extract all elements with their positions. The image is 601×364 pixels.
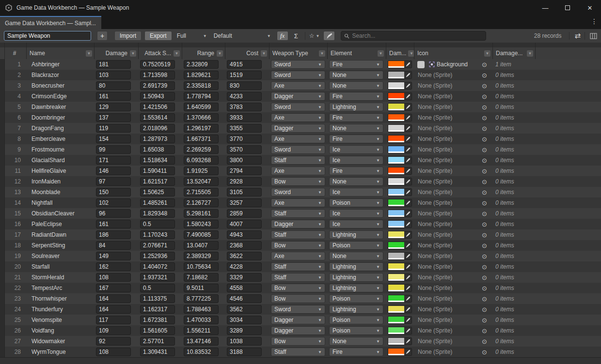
row-gutter[interactable] (0, 155, 5, 166)
row-gutter[interactable] (0, 134, 5, 144)
weapon-type-dropdown[interactable]: Axe▼ (271, 198, 325, 207)
attack-speed-field[interactable]: 1.590411 (140, 167, 175, 175)
attack-speed-field[interactable]: 1.561605 (140, 326, 175, 335)
element-dropdown[interactable]: Lightning▼ (329, 284, 383, 292)
name-cell[interactable]: Starfall (27, 261, 95, 272)
column-header-icon[interactable]: Icon ▼ (414, 43, 493, 59)
weapon-type-dropdown[interactable]: Sword▼ (271, 60, 325, 69)
view-mode-dropdown[interactable]: Full ▼ (177, 32, 207, 39)
range-field[interactable]: 1.667371 (184, 135, 219, 143)
row-gutter[interactable] (0, 304, 5, 315)
object-picker-icon[interactable]: ⊙ (482, 189, 487, 196)
range-field[interactable]: 2.335818 (184, 81, 219, 90)
damage-field[interactable]: 162 (96, 262, 131, 271)
range-field[interactable]: 8.777225 (184, 294, 219, 303)
cost-field[interactable]: 4915 (227, 60, 262, 69)
row-gutter[interactable] (0, 315, 5, 325)
eyedropper-icon[interactable] (404, 317, 411, 323)
weapon-type-dropdown[interactable]: Bow▼ (271, 337, 325, 346)
eyedropper-icon[interactable] (404, 189, 411, 196)
row-gutter[interactable] (0, 240, 5, 251)
cost-field[interactable]: 3783 (227, 103, 262, 111)
damage-color-swatch[interactable] (388, 242, 412, 249)
column-header-damage[interactable]: Damage ▼ (95, 43, 139, 59)
element-dropdown[interactable]: Poison▼ (329, 198, 383, 207)
eyedropper-icon[interactable] (404, 242, 411, 249)
element-dropdown[interactable]: Fire▼ (329, 113, 383, 122)
row-gutter[interactable] (0, 144, 5, 155)
range-field[interactable]: 2.32809 (184, 60, 219, 69)
damage-field[interactable]: 154 (96, 135, 131, 143)
name-cell[interactable]: Soulreaver (27, 251, 95, 261)
sprite-object-field[interactable]: None (Sprite) (418, 231, 452, 238)
range-field[interactable]: 7.490085 (184, 230, 219, 239)
object-picker-icon[interactable]: ⊙ (482, 61, 487, 68)
range-field[interactable]: 13.0407 (184, 241, 219, 250)
eyedropper-icon[interactable] (404, 327, 411, 334)
object-picker-icon[interactable]: ⊙ (482, 82, 487, 90)
close-button[interactable]: ✕ (579, 0, 601, 15)
range-field[interactable]: 6.093268 (184, 156, 219, 165)
name-cell[interactable]: CrimsonEdge (27, 91, 95, 102)
name-cell[interactable]: Blackrazor (27, 70, 95, 80)
damage-field[interactable]: 117 (96, 316, 131, 324)
cost-field[interactable]: 3034 (227, 316, 262, 324)
cost-field[interactable]: 3933 (227, 113, 262, 122)
weapon-type-dropdown[interactable]: Axe▼ (271, 113, 325, 122)
eyedropper-icon[interactable] (404, 221, 411, 228)
cost-field[interactable]: 3570 (227, 145, 262, 154)
range-field[interactable]: 2.126727 (184, 198, 219, 207)
damage-color-swatch[interactable] (388, 220, 412, 228)
search-field[interactable] (341, 31, 486, 41)
row-gutter[interactable] (0, 272, 5, 283)
element-dropdown[interactable]: Lightning▼ (329, 230, 383, 239)
eyedropper-icon[interactable] (404, 93, 411, 100)
attack-speed-field[interactable]: 2.691739 (140, 81, 175, 90)
sprite-object-field[interactable]: None (Sprite) (418, 72, 452, 78)
name-cell[interactable]: Thunderfury (27, 304, 95, 315)
element-dropdown[interactable]: Lightning▼ (329, 103, 383, 111)
weapon-type-dropdown[interactable]: Bow▼ (271, 294, 325, 303)
sprite-object-field[interactable]: None (Sprite) (418, 317, 452, 323)
name-cell[interactable]: Widowmaker (27, 336, 95, 347)
weapon-type-dropdown[interactable]: Axe▼ (271, 167, 325, 175)
filter-icon[interactable]: ▼ (527, 50, 533, 57)
damage-color-swatch[interactable] (388, 114, 412, 121)
cost-field[interactable]: 3289 (227, 326, 262, 335)
sprite-object-field[interactable]: None (Sprite) (418, 199, 452, 206)
damage-color-swatch[interactable] (388, 124, 412, 132)
attack-speed-field[interactable]: 1.50625 (140, 188, 175, 197)
damage-field[interactable]: 119 (96, 124, 131, 133)
damage-field[interactable]: 97 (96, 177, 131, 186)
eyedropper-icon[interactable] (404, 178, 411, 185)
weapon-type-dropdown[interactable]: Dagger▼ (271, 316, 325, 324)
element-dropdown[interactable]: None▼ (329, 252, 383, 260)
object-picker-icon[interactable]: ⊙ (482, 295, 487, 303)
name-cell[interactable]: Venomspite (27, 315, 95, 325)
cost-field[interactable]: 4558 (227, 284, 262, 292)
name-cell[interactable]: Voidfang (27, 325, 95, 336)
object-picker-icon[interactable]: ⊙ (482, 136, 487, 143)
cost-field[interactable]: 3329 (227, 273, 262, 282)
damage-field[interactable]: 186 (96, 230, 131, 239)
eyedropper-icon[interactable] (404, 157, 411, 164)
weapon-type-dropdown[interactable]: Axe▼ (271, 135, 325, 143)
eyedropper-icon[interactable] (404, 199, 411, 206)
cost-field[interactable]: 3355 (227, 124, 262, 133)
cost-field[interactable]: 3562 (227, 305, 262, 314)
damage-field[interactable]: 161 (96, 92, 131, 101)
damage-field[interactable]: 96 (96, 209, 131, 218)
range-field[interactable]: 9.5011 (184, 284, 219, 292)
element-dropdown[interactable]: Ice▼ (329, 220, 383, 228)
eyedropper-icon[interactable] (404, 295, 411, 302)
paint-button[interactable] (323, 31, 335, 41)
damage-field[interactable]: 102 (96, 198, 131, 207)
damage-color-swatch[interactable] (388, 295, 412, 303)
export-button[interactable]: Export (144, 31, 172, 41)
filter-icon[interactable]: ▼ (261, 50, 267, 57)
element-dropdown[interactable]: Fire▼ (329, 135, 383, 143)
name-cell[interactable]: RadiantDawn (27, 229, 95, 240)
damage-color-swatch[interactable] (388, 316, 412, 324)
eyedropper-icon[interactable] (404, 210, 411, 217)
element-dropdown[interactable]: Ice▼ (329, 156, 383, 165)
